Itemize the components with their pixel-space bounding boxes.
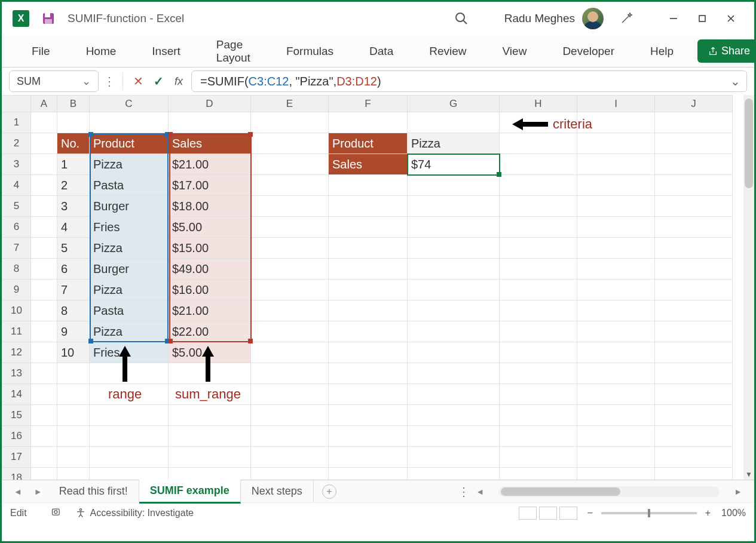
- cell[interactable]: 6: [57, 259, 90, 280]
- scrollbar-thumb[interactable]: [745, 99, 753, 188]
- cell[interactable]: [31, 259, 57, 280]
- row-header[interactable]: 2: [2, 133, 31, 154]
- cell[interactable]: [655, 238, 733, 259]
- row-header[interactable]: 5: [2, 196, 31, 217]
- cell[interactable]: [408, 112, 500, 133]
- cell[interactable]: Pizza: [90, 238, 169, 259]
- tab-review[interactable]: Review: [417, 40, 478, 63]
- view-page-layout-button[interactable]: [539, 507, 557, 520]
- cell[interactable]: [31, 300, 57, 321]
- cell[interactable]: Sales: [329, 154, 408, 175]
- cell[interactable]: [31, 175, 57, 196]
- cell[interactable]: [577, 384, 655, 405]
- cell[interactable]: Burger: [90, 196, 169, 217]
- cell[interactable]: [169, 112, 251, 133]
- row-header[interactable]: 8: [2, 259, 31, 280]
- grid-row[interactable]: 108Pasta$21.00: [2, 300, 733, 321]
- grid-row[interactable]: 97Pizza$16.00: [2, 280, 733, 300]
- cell[interactable]: [577, 217, 655, 238]
- cell[interactable]: 10: [57, 342, 90, 363]
- cell[interactable]: [169, 468, 251, 480]
- scroll-down-icon[interactable]: ▼: [743, 469, 754, 480]
- spreadsheet-grid[interactable]: A B C D E F G H I J 12No.ProductSalesPro…: [2, 95, 754, 480]
- cell[interactable]: [655, 342, 733, 363]
- cell[interactable]: 2: [57, 175, 90, 196]
- cell[interactable]: [655, 384, 733, 405]
- tab-view[interactable]: View: [491, 40, 539, 63]
- accessibility-status[interactable]: Accessibility: Investigate: [75, 507, 194, 519]
- cell[interactable]: [31, 384, 57, 405]
- col-header-J[interactable]: J: [655, 96, 733, 112]
- cell[interactable]: $74: [408, 154, 500, 175]
- search-icon[interactable]: [454, 11, 469, 26]
- cell[interactable]: $18.00: [169, 196, 251, 217]
- tab-home[interactable]: Home: [74, 40, 128, 63]
- cell[interactable]: [500, 384, 577, 405]
- col-header-B[interactable]: B: [57, 96, 90, 112]
- cell[interactable]: $21.00: [169, 300, 251, 321]
- tab-developer[interactable]: Developer: [550, 40, 626, 63]
- cell[interactable]: [655, 426, 733, 447]
- cell[interactable]: [577, 363, 655, 384]
- cell[interactable]: [329, 405, 408, 426]
- cell[interactable]: [408, 321, 500, 342]
- cell[interactable]: Pizza: [90, 154, 169, 175]
- cell[interactable]: [90, 468, 169, 480]
- grid-row[interactable]: 75Pizza$15.00: [2, 238, 733, 259]
- cell[interactable]: [408, 426, 500, 447]
- cell[interactable]: [329, 217, 408, 238]
- expand-formula-icon[interactable]: ⌄: [730, 74, 740, 88]
- tab-data[interactable]: Data: [357, 40, 405, 63]
- cell[interactable]: [329, 447, 408, 468]
- cell[interactable]: [251, 342, 329, 363]
- cell[interactable]: [500, 280, 577, 300]
- cell[interactable]: 9: [57, 321, 90, 342]
- cell[interactable]: 4: [57, 217, 90, 238]
- cell[interactable]: [169, 405, 251, 426]
- cell[interactable]: No.: [57, 133, 90, 154]
- grid-row[interactable]: 2No.ProductSalesProductPizza: [2, 133, 733, 154]
- col-header-E[interactable]: E: [251, 96, 329, 112]
- cell[interactable]: [655, 133, 733, 154]
- grid-row[interactable]: 53Burger$18.00: [2, 196, 733, 217]
- grid-row[interactable]: 64Fries$5.00: [2, 217, 733, 238]
- cell[interactable]: [329, 321, 408, 342]
- tab-file[interactable]: File: [20, 40, 62, 63]
- cell[interactable]: [500, 175, 577, 196]
- cell[interactable]: [251, 217, 329, 238]
- cell[interactable]: Pasta: [90, 300, 169, 321]
- cell[interactable]: [251, 259, 329, 280]
- cell[interactable]: [577, 196, 655, 217]
- row-header[interactable]: 15: [2, 405, 31, 426]
- cell[interactable]: [57, 426, 90, 447]
- cell[interactable]: [31, 363, 57, 384]
- row-header[interactable]: 1: [2, 112, 31, 133]
- cell[interactable]: [57, 447, 90, 468]
- column-headers[interactable]: A B C D E F G H I J: [2, 96, 733, 112]
- cell[interactable]: 1: [57, 154, 90, 175]
- cell[interactable]: Pizza: [90, 280, 169, 300]
- cell[interactable]: [408, 259, 500, 280]
- cell[interactable]: [577, 133, 655, 154]
- cell[interactable]: [329, 175, 408, 196]
- col-header-D[interactable]: D: [169, 96, 251, 112]
- cell[interactable]: [31, 405, 57, 426]
- cell[interactable]: [90, 447, 169, 468]
- cell[interactable]: [57, 363, 90, 384]
- row-header[interactable]: 13: [2, 363, 31, 384]
- cell[interactable]: [408, 217, 500, 238]
- cell[interactable]: [408, 468, 500, 480]
- cell[interactable]: [500, 300, 577, 321]
- cell[interactable]: [577, 175, 655, 196]
- cell[interactable]: [655, 447, 733, 468]
- sheet-tab-2[interactable]: Next steps: [241, 480, 314, 502]
- cell[interactable]: [577, 321, 655, 342]
- cell[interactable]: [329, 468, 408, 480]
- row-header[interactable]: 3: [2, 154, 31, 175]
- cell[interactable]: [500, 468, 577, 480]
- fx-icon[interactable]: fx: [171, 73, 186, 89]
- cell[interactable]: [31, 217, 57, 238]
- cell[interactable]: [31, 154, 57, 175]
- row-header[interactable]: 4: [2, 175, 31, 196]
- cell[interactable]: [577, 468, 655, 480]
